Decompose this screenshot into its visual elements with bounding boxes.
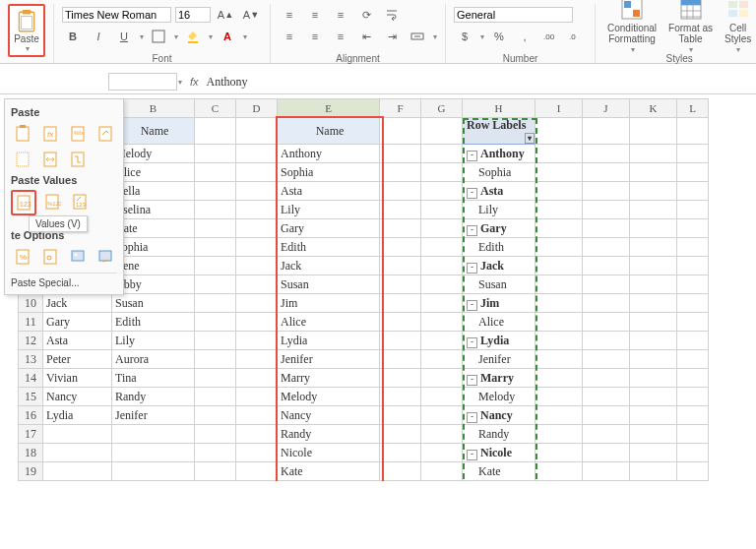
cell-D4[interactable] xyxy=(236,182,278,201)
cell-L13[interactable] xyxy=(677,350,709,369)
align-left-icon[interactable]: ≡ xyxy=(279,26,300,47)
cell-G7[interactable] xyxy=(421,238,463,257)
cell-B9[interactable]: Abby xyxy=(112,275,195,294)
align-center-icon[interactable]: ≡ xyxy=(304,26,326,47)
cell-K10[interactable] xyxy=(630,294,677,313)
cell-styles-button[interactable]: Cell Styles▾ xyxy=(721,0,755,57)
cell-A14[interactable]: Vivian xyxy=(43,369,112,388)
cell-A13[interactable]: Peter xyxy=(43,350,112,369)
cell-E2[interactable]: Anthony xyxy=(278,145,380,163)
cell-I14[interactable] xyxy=(536,369,583,388)
cell-K5[interactable] xyxy=(630,201,677,219)
paste-values-source-icon[interactable]: 123 xyxy=(68,190,92,214)
paste-formatting-icon[interactable]: % xyxy=(11,245,34,269)
cell-B7[interactable]: Sophia xyxy=(112,238,195,257)
paste-values-formatting-icon[interactable]: %123 xyxy=(40,190,64,214)
cell-D14[interactable] xyxy=(236,369,278,388)
paste-values-icon[interactable]: 123 xyxy=(11,190,36,215)
font-size-select[interactable] xyxy=(175,7,211,23)
cell-I3[interactable] xyxy=(536,163,583,182)
row-header[interactable]: 14 xyxy=(19,369,43,388)
cell-D17[interactable] xyxy=(236,425,278,444)
cell-D9[interactable] xyxy=(236,275,278,294)
italic-button[interactable]: I xyxy=(88,26,109,47)
cell-E12[interactable]: Lydia xyxy=(278,332,380,350)
cell-G1[interactable] xyxy=(421,118,463,145)
cell-E4[interactable]: Asta xyxy=(278,182,380,201)
cell-J17[interactable] xyxy=(583,425,630,444)
cell-I8[interactable] xyxy=(536,257,583,275)
cell-D12[interactable] xyxy=(236,332,278,350)
cell-H13[interactable]: Jenifer xyxy=(463,350,536,369)
cell-E18[interactable]: Nicole xyxy=(278,444,380,462)
row-header[interactable]: 15 xyxy=(19,388,43,406)
cell-H18[interactable]: -Nicole xyxy=(463,444,536,462)
col-header-B[interactable]: B xyxy=(112,99,195,118)
cell-I1[interactable] xyxy=(536,118,583,145)
row-header[interactable]: 12 xyxy=(19,332,43,350)
col-header-K[interactable]: K xyxy=(630,99,677,118)
cell-J8[interactable] xyxy=(583,257,630,275)
cell-J4[interactable] xyxy=(583,182,630,201)
borders-button[interactable] xyxy=(148,26,169,47)
cell-A11[interactable]: Gary xyxy=(43,313,112,332)
cell-F18[interactable] xyxy=(380,444,421,462)
increase-font-icon[interactable]: A▲ xyxy=(215,4,236,26)
cell-B6[interactable]: Kate xyxy=(112,219,195,238)
cell-I9[interactable] xyxy=(536,275,583,294)
cell-B11[interactable]: Edith xyxy=(112,313,195,332)
cell-H19[interactable]: Kate xyxy=(463,462,536,481)
paste-linked-picture-icon[interactable] xyxy=(94,245,117,269)
cell-K15[interactable] xyxy=(630,388,677,406)
align-top-icon[interactable]: ≡ xyxy=(279,4,300,26)
cell-E6[interactable]: Gary xyxy=(278,219,380,238)
cell-L16[interactable] xyxy=(677,406,709,425)
cell-H10[interactable]: -Jim xyxy=(463,294,536,313)
cell-E17[interactable]: Randy xyxy=(278,425,380,444)
cell-E15[interactable]: Melody xyxy=(278,388,380,406)
cell-I5[interactable] xyxy=(536,201,583,219)
cell-F2[interactable] xyxy=(380,145,421,163)
cell-B5[interactable]: Bselina xyxy=(112,201,195,219)
cell-B2[interactable]: Melody xyxy=(112,145,195,163)
cell-I4[interactable] xyxy=(536,182,583,201)
cell-G17[interactable] xyxy=(421,425,463,444)
cell-B13[interactable]: Aurora xyxy=(112,350,195,369)
cell-F11[interactable] xyxy=(380,313,421,332)
cell-G10[interactable] xyxy=(421,294,463,313)
row-header[interactable]: 11 xyxy=(19,313,43,332)
cell-L8[interactable] xyxy=(677,257,709,275)
cell-D7[interactable] xyxy=(236,238,278,257)
cell-G5[interactable] xyxy=(421,201,463,219)
paste-keep-widths-icon[interactable] xyxy=(38,148,62,171)
cell-E7[interactable]: Edith xyxy=(278,238,380,257)
comma-icon[interactable]: , xyxy=(514,26,536,47)
cell-K19[interactable] xyxy=(630,462,677,481)
cell-J14[interactable] xyxy=(583,369,630,388)
cell-E16[interactable]: Nancy xyxy=(278,406,380,425)
cell-L14[interactable] xyxy=(677,369,709,388)
paste-no-borders-icon[interactable] xyxy=(11,148,34,171)
cell-C9[interactable] xyxy=(195,275,236,294)
cell-H1[interactable]: Row Labels ▾ xyxy=(463,118,536,145)
cell-G3[interactable] xyxy=(421,163,463,182)
percent-icon[interactable]: % xyxy=(488,26,510,47)
cell-A17[interactable] xyxy=(43,425,112,444)
align-right-icon[interactable]: ≡ xyxy=(330,26,351,47)
cell-G8[interactable] xyxy=(421,257,463,275)
col-header-I[interactable]: I xyxy=(536,99,583,118)
cell-I6[interactable] xyxy=(536,219,583,238)
cell-C13[interactable] xyxy=(195,350,236,369)
decrease-decimal-icon[interactable]: .0 xyxy=(565,26,587,47)
paste-keep-source-icon[interactable] xyxy=(94,122,117,146)
cell-J19[interactable] xyxy=(583,462,630,481)
cell-C12[interactable] xyxy=(195,332,236,350)
cell-J13[interactable] xyxy=(583,350,630,369)
col-header-L[interactable]: L xyxy=(677,99,709,118)
paste-formulas-formatting-icon[interactable]: %fx xyxy=(66,122,90,146)
paste-transpose-icon[interactable] xyxy=(66,148,90,171)
cell-H2[interactable]: -Anthony xyxy=(463,145,536,163)
cell-E11[interactable]: Alice xyxy=(278,313,380,332)
cell-D2[interactable] xyxy=(236,145,278,163)
cell-G18[interactable] xyxy=(421,444,463,462)
